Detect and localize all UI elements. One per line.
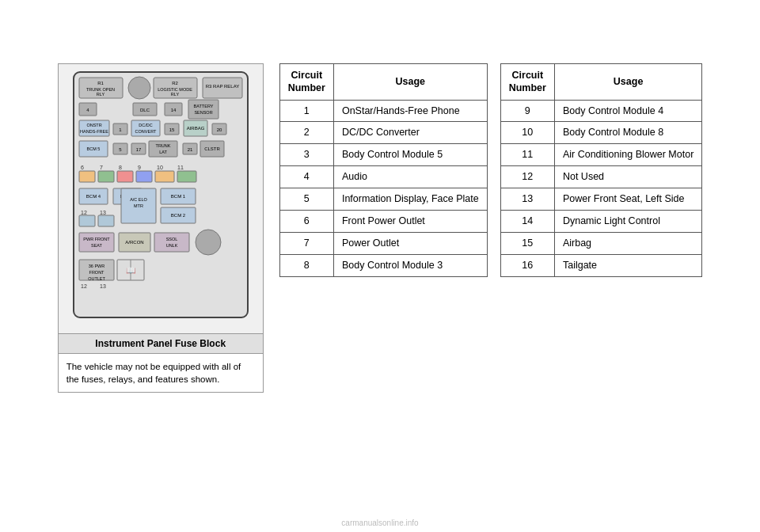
svg-text:📖: 📖 [126,265,136,276]
svg-rect-57 [136,171,152,182]
svg-text:A/RCON: A/RCON [125,240,143,245]
table-row: 14 Dynamic Light Control [500,210,702,232]
svg-text:13: 13 [100,210,106,215]
svg-text:AIRBAG: AIRBAG [186,126,204,131]
fuse-caption: Instrument Panel Fuse Block [59,333,263,353]
circuit-usage: Airbag [554,232,701,254]
svg-rect-58 [155,171,174,182]
circuit-usage: Body Control Module 3 [333,254,487,276]
circuit-num: 15 [500,232,554,254]
fuse-note: The vehicle may not be equipped with all… [59,353,263,392]
circuit-num: 1 [279,100,333,122]
page-container: R1 TRUNK OPEN RLY R2 LOGISTIC MODE RLY R… [0,0,760,532]
circuit-num: 14 [500,210,554,232]
svg-rect-67 [98,215,114,226]
circuit-num: 3 [279,144,333,166]
svg-text:6: 6 [81,165,84,170]
svg-text:BCM 4: BCM 4 [86,194,101,199]
circuit-usage: OnStar/Hands-Free Phone [333,100,487,122]
svg-rect-56 [117,171,133,182]
circuit-num: 13 [500,188,554,211]
svg-text:CLSTR: CLSTR [204,146,220,151]
table-row: 3 Body Control Module 5 [279,144,487,166]
circuit-usage: Body Control Module 5 [333,144,487,166]
fuse-image-area: R1 TRUNK OPEN RLY R2 LOGISTIC MODE RLY R… [59,64,263,333]
table-row: 4 Audio [279,166,487,188]
svg-text:OUTLET: OUTLET [88,276,105,281]
svg-rect-66 [79,215,95,226]
circuit-num: 12 [500,166,554,188]
svg-text:BCM 5: BCM 5 [86,146,100,151]
svg-text:12: 12 [81,283,87,289]
svg-rect-54 [79,171,95,182]
table-row: 5 Information Display, Face Plate [279,188,487,211]
svg-text:FRONT: FRONT [89,270,104,275]
svg-point-5 [128,77,150,99]
circuit-usage: Air Conditioning Blower Motor [554,144,701,166]
svg-text:SEAT: SEAT [91,243,103,248]
svg-text:12: 12 [81,210,87,215]
svg-text:SSOL: SSOL [165,237,177,241]
svg-text:36 PWR: 36 PWR [88,264,104,268]
svg-text:7: 7 [100,165,103,170]
svg-text:ONSTR: ONSTR [86,123,101,127]
circuit-num: 11 [500,144,554,166]
watermark-text: carmanualsonline.info [341,519,418,527]
table1-header-num: CircuitNumber [279,64,333,101]
table-row: 6 Front Power Outlet [279,210,487,232]
circuit-num: 8 [279,254,333,276]
svg-text:A/C ELO: A/C ELO [130,197,147,202]
svg-text:10: 10 [157,165,163,170]
table-row: 15 Airbag [500,232,702,254]
svg-text:14: 14 [170,108,176,112]
table2-header-usage: Usage [554,64,701,101]
svg-rect-55 [98,171,114,182]
circuit-table-2: CircuitNumber Usage 9 Body Control Modul… [500,63,703,277]
svg-point-83 [196,230,221,255]
svg-text:BATTERY: BATTERY [193,104,213,108]
table1-header-usage: Usage [333,64,487,101]
circuit-num: 9 [500,100,554,122]
svg-text:LAT: LAT [159,150,167,154]
svg-rect-75 [79,233,114,252]
svg-text:SENSOR: SENSOR [194,110,212,115]
table-row: 1 OnStar/Hands-Free Phone [279,100,487,122]
svg-text:11: 11 [177,165,184,170]
svg-text:20: 20 [216,127,222,132]
circuit-usage: Audio [333,166,487,188]
circuit-num: 16 [500,254,554,276]
table-row: 16 Tailgate [500,254,702,276]
svg-text:R3 RAP RELAY: R3 RAP RELAY [205,84,238,89]
circuit-usage: Body Control Module 8 [554,122,701,144]
tables-area: CircuitNumber Usage 1 OnStar/Hands-Free … [279,63,703,277]
circuit-table-1: CircuitNumber Usage 1 OnStar/Hands-Free … [279,63,488,277]
circuit-num: 10 [500,122,554,144]
circuit-usage: Body Control Module 4 [554,100,701,122]
svg-text:BCM 2: BCM 2 [171,213,186,218]
circuit-usage: DC/DC Converter [333,122,487,144]
svg-text:17: 17 [135,147,141,152]
circuit-usage: Tailgate [554,254,701,276]
fuse-block-diagram: R1 TRUNK OPEN RLY R2 LOGISTIC MODE RLY R… [70,68,252,329]
watermark: carmanualsonline.info [0,519,760,527]
svg-text:R1: R1 [97,81,104,86]
svg-rect-59 [177,171,196,182]
table-row: 7 Power Outlet [279,232,487,254]
table2-header-num: CircuitNumber [500,64,554,101]
circuit-usage: Power Outlet [333,232,487,254]
table-row: 2 DC/DC Converter [279,122,487,144]
fuse-caption-text: Instrument Panel Fuse Block [95,338,226,349]
svg-text:HANDS-FREE: HANDS-FREE [80,129,108,134]
svg-text:CONVERT: CONVERT [135,129,156,134]
svg-text:DLC: DLC [140,108,150,112]
fuse-note-text: The vehicle may not be equipped with all… [66,362,241,384]
left-panel: R1 TRUNK OPEN RLY R2 LOGISTIC MODE RLY R… [58,63,264,393]
circuit-usage: Not Used [554,166,701,188]
svg-text:R2: R2 [172,81,178,86]
circuit-num: 6 [279,210,333,232]
circuit-usage: Power Front Seat, Left Side [554,188,701,211]
circuit-num: 5 [279,188,333,211]
circuit-usage: Dynamic Light Control [554,210,701,232]
svg-text:21: 21 [187,147,192,152]
circuit-usage: Front Power Outlet [333,210,487,232]
